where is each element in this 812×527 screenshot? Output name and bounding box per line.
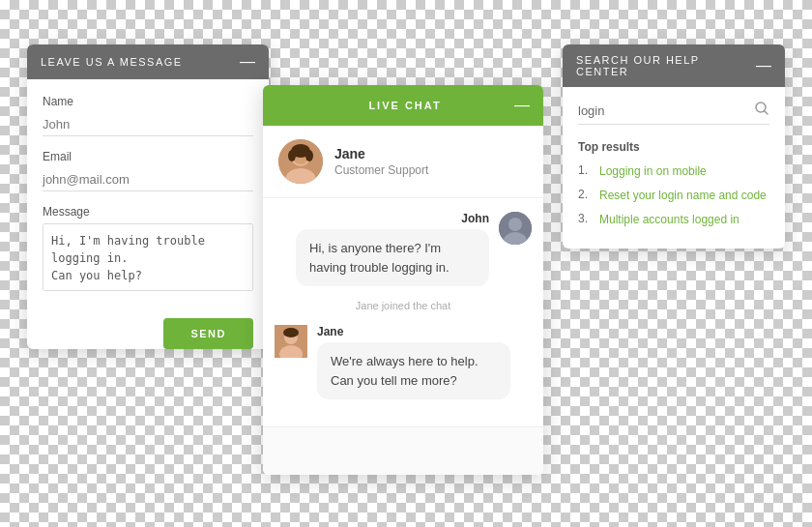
chat-title: Live Chat [296,100,514,111]
minimize-chat-icon[interactable]: — [514,97,530,114]
result-list: 1. Logging in on mobile 2. Reset your lo… [578,163,769,227]
leave-message-body: Name Email Message Hi, I'm having troubl… [27,79,269,328]
john-avatar [499,212,532,245]
agent-details: Jane Customer Support [334,146,428,177]
message-group: Message Hi, I'm having trouble logging i… [43,205,253,295]
message-jane: Jane We're always here to help. Can you … [275,325,532,399]
send-button[interactable]: SEND [163,318,253,349]
result-item-3: 3. Multiple accounts logged in [578,212,769,228]
name-group: Name [43,95,253,136]
email-label: Email [43,150,253,163]
agent-role: Customer Support [334,163,428,177]
result-num-3: 3. [578,212,592,225]
message-right-john: John Hi, is anyone there? I'm having tro… [275,212,532,286]
john-sender: John [296,212,489,225]
result-num-2: 2. [578,188,592,201]
result-num-1: 1. [578,163,592,177]
search-icon[interactable] [754,101,769,120]
result-link-3[interactable]: Multiple accounts logged in [599,212,740,228]
svg-point-6 [305,150,313,161]
leave-message-title: Leave Us a Message [41,56,183,68]
live-chat-panel: Live Chat — Jane Customer Support [263,85,543,475]
jane-avatar [275,325,307,358]
minimize-left-icon[interactable]: — [240,54,255,70]
leave-message-header: Leave Us a Message — [27,44,269,79]
search-body: Top results 1. Logging in on mobile 2. R… [563,87,785,249]
email-input[interactable] [43,168,253,191]
help-title: Search Our Help Center [576,54,756,77]
jane-message-content: Jane We're always here to help. Can you … [317,325,510,399]
name-label: Name [43,95,253,108]
result-item-1: 1. Logging in on mobile [578,163,769,180]
agent-avatar [278,139,323,184]
message-label: Message [43,205,253,219]
message-john: John Hi, is anyone there? I'm having tro… [275,212,532,286]
email-group: Email [43,150,253,191]
help-header: Search Our Help Center — [563,44,785,87]
message-left-jane: Jane We're always here to help. Can you … [275,325,532,399]
message-john-content: John Hi, is anyone there? I'm having tro… [296,212,489,286]
message-textarea[interactable]: Hi, I'm having trouble logging in. Can y… [43,223,253,291]
svg-point-13 [283,328,299,337]
jane-bubble: We're always here to help. Can you tell … [317,342,510,399]
agent-info: Jane Customer Support [263,126,543,198]
chat-input-area[interactable] [263,426,543,475]
svg-point-5 [288,150,296,161]
agent-name: Jane [334,146,428,161]
minimize-help-icon[interactable]: — [756,58,771,73]
result-link-2[interactable]: Reset your login name and code [599,188,767,204]
name-input[interactable] [43,113,253,136]
john-bubble: Hi, is anyone there? I'm having trouble … [296,229,489,286]
svg-line-15 [765,111,768,115]
result-item-2: 2. Reset your login name and code [578,188,769,204]
search-input[interactable] [578,103,754,118]
chat-messages: John Hi, is anyone there? I'm having tro… [263,198,543,426]
search-box [578,101,769,125]
svg-point-8 [508,218,522,231]
jane-sender: Jane [317,325,510,338]
leave-message-panel: Leave Us a Message — Name Email Message … [27,44,269,349]
help-center-panel: Search Our Help Center — Top results 1. … [563,44,785,249]
result-link-1[interactable]: Logging in on mobile [599,163,707,180]
top-results-label: Top results [578,140,769,154]
join-notice: Jane joined the chat [275,300,532,311]
chat-header: Live Chat — [263,85,543,126]
